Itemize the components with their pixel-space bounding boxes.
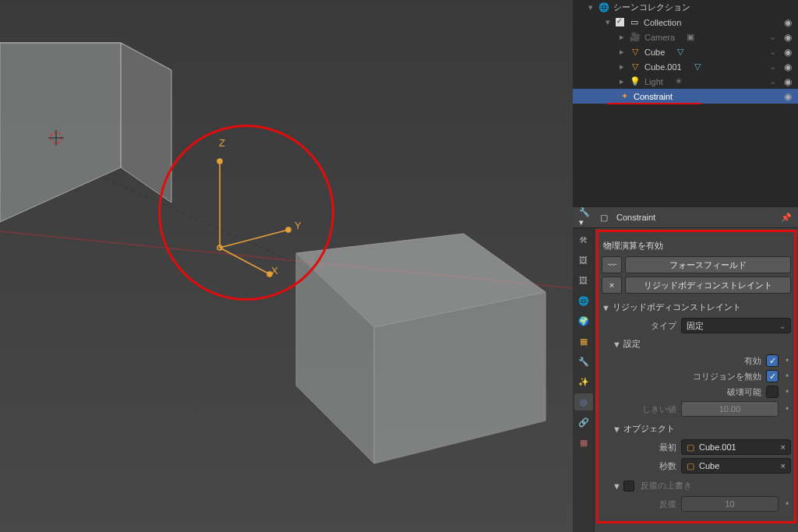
viewport-3d[interactable]: Z Y X bbox=[0, 0, 573, 532]
breakable-label: 破壊可能 bbox=[609, 386, 761, 398]
rbc-panel-header[interactable]: ▼ リジッドボディコンストレイント bbox=[602, 300, 791, 315]
outliner-panel[interactable]: ▾ 🌐 シーンコレクション ▾ ▭ Collection ◉ ▸ 🎥 Camer… bbox=[573, 0, 798, 206]
disclosure-icon[interactable]: ▸ bbox=[618, 47, 626, 57]
tab-object[interactable]: ▦ bbox=[574, 333, 593, 350]
axis-y-label: Y bbox=[295, 220, 302, 231]
tab-world[interactable]: 🌍 bbox=[574, 312, 593, 329]
context-object-label: Constraint bbox=[616, 213, 655, 222]
outliner-item-label: Cube bbox=[644, 48, 665, 57]
restrict-icon[interactable]: ⌄ bbox=[767, 47, 778, 57]
collection-checkbox[interactable] bbox=[615, 17, 625, 27]
pin-icon[interactable]: 📌 bbox=[781, 213, 792, 223]
physics-panel: 物理演算を有効 〰 フォースフィールド × リジッドボディコンストレイント ▼ … bbox=[595, 228, 798, 532]
tab-scene[interactable]: 🌐 bbox=[574, 292, 593, 309]
chevron-down-icon: ⌄ bbox=[779, 322, 786, 330]
light-data-icon: ☀ bbox=[673, 76, 685, 88]
scene-collection-icon: 🌐 bbox=[598, 2, 610, 14]
clear-icon[interactable]: × bbox=[781, 461, 786, 470]
keyframe-dot[interactable]: • bbox=[783, 386, 791, 397]
tab-render[interactable]: 🛠 bbox=[574, 231, 593, 248]
visibility-icon[interactable]: ◉ bbox=[781, 62, 795, 72]
clear-icon[interactable]: × bbox=[781, 442, 786, 452]
force-field-icon[interactable]: 〰 bbox=[602, 256, 622, 273]
threshold-value: 10.00 bbox=[719, 404, 741, 414]
mesh-icon: ▽ bbox=[629, 61, 641, 73]
disclosure-icon[interactable]: ▸ bbox=[618, 76, 626, 86]
enabled-label: 有効 bbox=[609, 355, 761, 367]
outliner-item-label: Camera bbox=[644, 33, 675, 42]
keyframe-dot[interactable]: • bbox=[783, 371, 791, 382]
enable-physics-label: 物理演算を有効 bbox=[603, 240, 789, 252]
outliner-item-label: Constraint bbox=[634, 92, 673, 101]
object1-field[interactable]: ▢ Cube.001 × bbox=[681, 439, 791, 455]
type-label: タイプ bbox=[609, 320, 676, 332]
collection-label: Collection bbox=[644, 18, 681, 27]
outliner-collection[interactable]: ▾ ▭ Collection ◉ bbox=[573, 15, 798, 30]
breakable-checkbox[interactable] bbox=[766, 386, 779, 398]
keyframe-dot[interactable]: • bbox=[783, 403, 791, 414]
outliner-item-label: Light bbox=[644, 77, 663, 86]
visibility-icon[interactable]: ◉ bbox=[781, 76, 795, 87]
camera-icon: 🎥 bbox=[629, 31, 641, 44]
axis-x-label: X bbox=[271, 265, 278, 277]
keyframe-dot[interactable]: • bbox=[783, 355, 791, 366]
visibility-icon[interactable]: ◉ bbox=[781, 17, 795, 28]
object2-field[interactable]: ▢ Cube × bbox=[681, 458, 791, 474]
svg-point-12 bbox=[286, 227, 291, 232]
override-header[interactable]: ▼ 反復の上書き bbox=[602, 478, 791, 493]
visibility-icon[interactable]: ◉ bbox=[781, 91, 795, 102]
override-label: 反復の上書き bbox=[641, 480, 692, 491]
tab-physics[interactable]: ◎ bbox=[574, 393, 593, 410]
visibility-icon[interactable]: ◉ bbox=[781, 47, 795, 58]
tab-viewlayer[interactable]: 🖼 bbox=[574, 272, 593, 289]
empty-icon: ✦ bbox=[618, 90, 630, 103]
objects-header[interactable]: ▼ オブジェクト bbox=[602, 421, 791, 436]
restrict-icon[interactable]: ⌄ bbox=[767, 32, 778, 42]
settings-header[interactable]: ▼ 設定 bbox=[602, 336, 791, 351]
keyframe-dot[interactable]: • bbox=[783, 499, 791, 509]
properties-editor-icon[interactable]: 🔧▾ bbox=[579, 211, 591, 224]
iterations-value: 10 bbox=[725, 499, 734, 509]
visibility-icon[interactable]: ◉ bbox=[781, 32, 795, 43]
tab-output[interactable]: 🖼 bbox=[574, 252, 593, 269]
svg-point-10 bbox=[217, 159, 222, 164]
tab-particles[interactable]: ✨ bbox=[574, 373, 593, 390]
outliner-item-camera[interactable]: ▸ 🎥 Camera ▣ ⌄ ◉ bbox=[573, 30, 798, 44]
outliner-item-label: Cube.001 bbox=[644, 62, 682, 72]
object-icon: ▢ bbox=[687, 442, 694, 453]
outliner-item-cube001[interactable]: ▸ ▽ Cube.001 ▽ ⌄ ◉ bbox=[573, 59, 798, 74]
viewport-canvas bbox=[0, 0, 573, 532]
rigid-body-constraint-button[interactable]: リジッドボディコンストレイント bbox=[625, 277, 791, 294]
disclosure-icon[interactable]: ▸ bbox=[618, 32, 626, 42]
outliner-item-cube[interactable]: ▸ ▽ Cube ▽ ⌄ ◉ bbox=[573, 44, 798, 59]
remove-rbc-button[interactable]: × bbox=[602, 277, 622, 294]
disclosure-icon[interactable]: ▸ bbox=[618, 62, 626, 72]
mesh-icon: ▽ bbox=[629, 46, 641, 58]
threshold-field[interactable]: 10.00 bbox=[681, 401, 779, 417]
outliner-item-constraint[interactable]: ✦ Constraint ◉ bbox=[573, 89, 798, 104]
outliner-scene-collection[interactable]: ▾ 🌐 シーンコレクション bbox=[573, 0, 798, 15]
camera-data-icon: ▣ bbox=[684, 31, 697, 44]
collection-icon: ▭ bbox=[628, 16, 641, 29]
enabled-checkbox[interactable] bbox=[766, 354, 779, 367]
tab-constraints[interactable]: 🔗 bbox=[574, 414, 593, 431]
mesh-data-icon: ▽ bbox=[691, 61, 704, 73]
outliner-item-light[interactable]: ▸ 💡 Light ☀ ⌄ ◉ bbox=[573, 74, 798, 89]
restrict-icon[interactable]: ⌄ bbox=[767, 62, 778, 72]
threshold-label: しきい値 bbox=[609, 403, 676, 415]
object1-label: 最初 bbox=[609, 442, 676, 453]
restrict-icon[interactable]: ⌄ bbox=[767, 76, 778, 86]
annotation-red-rect: 物理演算を有効 〰 フォースフィールド × リジッドボディコンストレイント ▼ … bbox=[596, 230, 796, 523]
iterations-field[interactable]: 10 bbox=[681, 496, 779, 512]
tab-modifiers[interactable]: 🔧 bbox=[574, 353, 593, 370]
type-dropdown[interactable]: 固定 ⌄ bbox=[681, 318, 791, 333]
disclosure-icon[interactable]: ▾ bbox=[604, 17, 612, 27]
disable-collisions-checkbox[interactable] bbox=[766, 370, 779, 382]
disclosure-icon[interactable]: ▾ bbox=[587, 2, 595, 12]
force-field-button[interactable]: フォースフィールド bbox=[625, 256, 791, 273]
override-enable-checkbox[interactable] bbox=[623, 481, 634, 491]
object2-value: Cube bbox=[699, 461, 719, 470]
settings-label: 設定 bbox=[623, 338, 641, 350]
properties-tabstrip: 🛠 🖼 🖼 🌐 🌍 ▦ 🔧 ✨ ◎ 🔗 ▦ bbox=[573, 228, 595, 532]
tab-data[interactable]: ▦ bbox=[574, 434, 593, 451]
